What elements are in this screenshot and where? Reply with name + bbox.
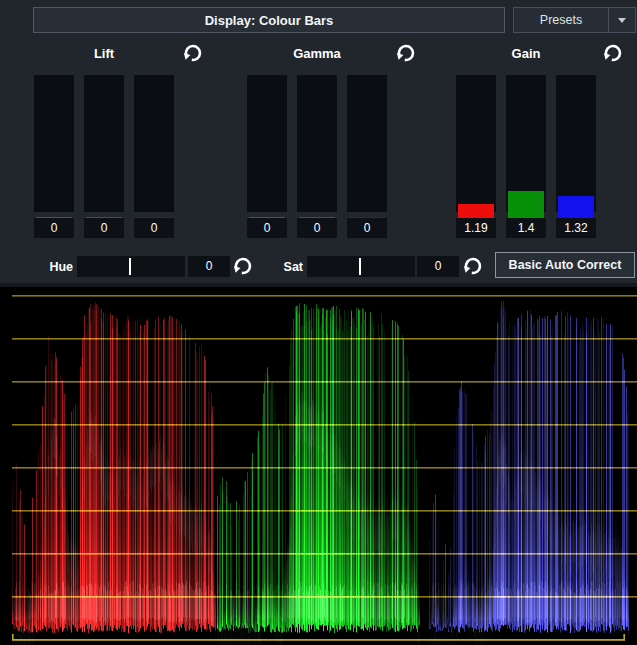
gamma-red-slider[interactable] [247,75,287,212]
gain-green-handle[interactable] [508,191,544,219]
lift-red-value[interactable]: 0 [34,218,74,238]
lift-green-slider[interactable] [84,75,124,212]
presets-arrow-button[interactable] [608,8,635,32]
gain-red-slider[interactable] [456,75,496,212]
group-title-gain: Gain [456,46,596,61]
gain-blue-handle[interactable] [558,196,594,218]
reset-arrow-icon [233,256,253,276]
reset-arrow-icon [463,256,483,276]
hue-slider-handle[interactable] [129,258,131,275]
gain-reset-button[interactable] [603,43,623,63]
gamma-blue-slider[interactable] [347,75,387,212]
chevron-down-icon [618,18,626,23]
gain-blue-slider[interactable] [556,75,596,212]
sat-value[interactable]: 0 [417,256,459,277]
sat-label: Sat [274,260,303,274]
group-title-gamma: Gamma [247,46,387,61]
presets-dropdown[interactable]: Presets [513,7,636,33]
colour-correction-panel: Display: Colour Bars Presets Lift 0 0 0 … [0,0,637,283]
gamma-blue-value[interactable]: 0 [347,218,387,238]
reset-arrow-icon [603,43,623,63]
hue-slider[interactable] [77,256,185,277]
display-mode-button[interactable]: Display: Colour Bars [33,7,505,33]
colour-correction-window: Display: Colour Bars Presets Lift 0 0 0 … [0,0,637,645]
gain-red-value[interactable]: 1.19 [456,218,496,238]
hue-value[interactable]: 0 [188,256,230,277]
sat-slider[interactable] [307,256,415,277]
gamma-reset-button[interactable] [396,43,416,63]
rgb-parade-waveform-scope [0,283,637,645]
reset-arrow-icon [396,43,416,63]
sat-reset-button[interactable] [463,256,483,276]
gain-red-handle[interactable] [458,204,494,218]
lift-reset-button[interactable] [183,43,203,63]
lift-green-value[interactable]: 0 [84,218,124,238]
hue-reset-button[interactable] [233,256,253,276]
lift-red-slider[interactable] [34,75,74,212]
group-title-lift: Lift [34,46,174,61]
gamma-green-value[interactable]: 0 [297,218,337,238]
basic-auto-correct-button[interactable]: Basic Auto Correct [495,252,635,278]
gain-blue-value[interactable]: 1.32 [556,218,596,238]
hue-label: Hue [40,260,73,274]
gamma-green-slider[interactable] [297,75,337,212]
reset-arrow-icon [183,43,203,63]
lift-blue-value[interactable]: 0 [134,218,174,238]
presets-label: Presets [514,8,608,32]
gain-green-value[interactable]: 1.4 [506,218,546,238]
sat-slider-handle[interactable] [359,258,361,275]
gamma-red-value[interactable]: 0 [247,218,287,238]
lift-blue-slider[interactable] [134,75,174,212]
gain-green-slider[interactable] [506,75,546,212]
